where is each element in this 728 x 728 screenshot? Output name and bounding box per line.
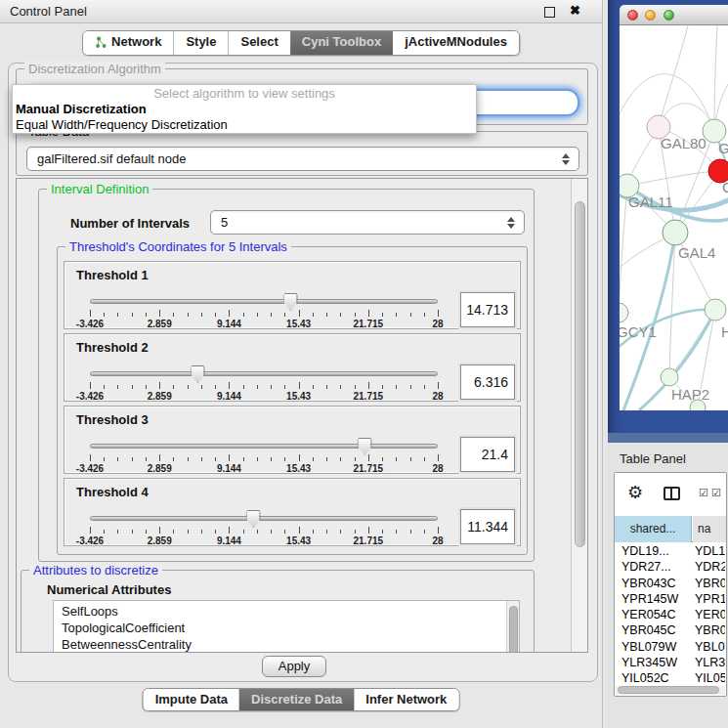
- slider-thumb[interactable]: [191, 365, 205, 383]
- close-icon[interactable]: [570, 3, 580, 18]
- threshold-2-value[interactable]: 6.316: [460, 364, 515, 400]
- table-row[interactable]: YBR045CYBR04: [615, 622, 726, 638]
- threshold-4-slider[interactable]: -3.4262.8599.14415.4321.71528: [90, 514, 438, 545]
- table-data-selected-value: galFiltered.sif default node: [37, 151, 186, 166]
- tab-network[interactable]: Network: [83, 31, 173, 55]
- zoom-traffic-light-icon[interactable]: [664, 10, 674, 21]
- threshold-4-value[interactable]: 11.344: [460, 509, 515, 544]
- dropdown-prompt[interactable]: Select algorithm to view settings: [13, 85, 476, 102]
- table-cell[interactable]: YIL052C: [615, 670, 692, 686]
- slider-ticks: [90, 310, 438, 318]
- slider-thumb[interactable]: [358, 438, 372, 455]
- table-cell[interactable]: YBL07: [692, 639, 725, 655]
- list-scrollbar[interactable]: [506, 601, 519, 653]
- table-row[interactable]: YLR345WYLR34: [615, 655, 726, 670]
- table-cell[interactable]: YBR045C: [615, 622, 692, 638]
- tab-infer-network[interactable]: Infer Network: [354, 689, 458, 710]
- gear-icon[interactable]: [627, 482, 643, 503]
- table-row[interactable]: YIL052CYIL05: [615, 670, 726, 686]
- attribute-item[interactable]: BetweennessCentrality: [54, 636, 519, 653]
- select-columns-icon[interactable]: [699, 487, 708, 498]
- node-gcy1[interactable]: [620, 303, 628, 322]
- node-hap2[interactable]: [661, 368, 678, 386]
- number-of-intervals-combobox[interactable]: 5: [210, 210, 525, 235]
- table-row[interactable]: YDL19...YDL19: [615, 543, 726, 559]
- tab-cyni-toolbox[interactable]: Cyni Toolbox: [290, 31, 393, 55]
- table-cell[interactable]: YDR27: [692, 559, 725, 575]
- table-cell[interactable]: YPR145W: [615, 591, 692, 607]
- split-view-icon[interactable]: [664, 487, 680, 500]
- attribute-item[interactable]: SelfLoops: [54, 603, 519, 620]
- slider-track[interactable]: [90, 444, 438, 449]
- slider-thumb[interactable]: [283, 293, 298, 311]
- select-all-columns-icon[interactable]: [711, 487, 721, 498]
- horizontal-scrollbar[interactable]: [616, 686, 725, 695]
- slider-tick-labels: -3.4262.8599.14415.4321.71528: [90, 391, 438, 402]
- dropdown-option-manual[interactable]: Manual Discretization: [13, 102, 476, 117]
- table-data-group: Table Data galFiltered.sif default node: [16, 131, 588, 176]
- list-scrollbar-thumb[interactable]: [509, 606, 518, 653]
- settings-scrollpane: Interval Definition Number of Intervals …: [16, 178, 588, 653]
- node-gal4[interactable]: [663, 220, 688, 245]
- table-cell[interactable]: YER054C: [615, 607, 692, 622]
- tab-jactivemnodules[interactable]: jActiveMNodules: [393, 31, 519, 55]
- network-icon: [95, 36, 107, 51]
- table-cell[interactable]: YDL19...: [615, 543, 692, 559]
- tab-style[interactable]: Style: [173, 31, 228, 55]
- network-canvas[interactable]: GAL80 GA C GAL11 GAL4 GCY1 H HAP2: [620, 25, 728, 410]
- minimize-traffic-light-icon[interactable]: [645, 10, 656, 21]
- dropdown-option-equal-width[interactable]: Equal Width/Frequency Discretization: [13, 117, 476, 133]
- table-cell[interactable]: YBR04: [692, 576, 725, 591]
- threshold-3-slider[interactable]: -3.4262.8599.14415.4321.71528: [90, 442, 438, 473]
- number-of-intervals-value: 5: [221, 215, 228, 230]
- tab-discretize-data[interactable]: Discretize Data: [239, 689, 354, 710]
- node-table: shared... na YDL19...YDL19YDR27...YDR27Y…: [614, 472, 727, 697]
- slider-tick-labels: -3.4262.8599.14415.4321.71528: [90, 463, 438, 474]
- threshold-1-slider[interactable]: -3.4262.8599.14415.4321.71528: [90, 297, 438, 328]
- slider-track[interactable]: [90, 371, 438, 376]
- tab-select[interactable]: Select: [228, 31, 289, 55]
- vertical-scrollbar[interactable]: [571, 179, 587, 652]
- float-window-icon[interactable]: [544, 7, 555, 18]
- table-row[interactable]: YBR043CYBR04: [615, 576, 726, 591]
- table-row[interactable]: YPR145WYPR14: [615, 591, 726, 607]
- vertical-scrollbar-thumb[interactable]: [575, 201, 585, 547]
- table-cell[interactable]: YLR345W: [615, 655, 692, 670]
- discretization-algorithm-group-title: Discretization Algorithm: [24, 62, 165, 76]
- threshold-3-value[interactable]: 21.4: [460, 437, 515, 472]
- network-window-titlebar[interactable]: [620, 5, 728, 25]
- threshold-2-slider[interactable]: -3.4262.8599.14415.4321.71528: [90, 369, 438, 401]
- table-data-combobox[interactable]: galFiltered.sif default node: [26, 147, 579, 171]
- table-cell[interactable]: YDL19: [692, 543, 725, 559]
- table-cell[interactable]: YPR14: [692, 591, 725, 607]
- column-header-shared-name[interactable]: shared...: [615, 516, 692, 542]
- apply-button[interactable]: Apply: [262, 656, 326, 677]
- slider-track[interactable]: [90, 516, 438, 521]
- table-row[interactable]: YBL079WYBL07: [615, 639, 726, 655]
- table-cell[interactable]: YER05: [692, 607, 725, 622]
- table-body[interactable]: YDL19...YDL19YDR27...YDR27YBR043CYBR04YP…: [615, 543, 726, 686]
- table-row[interactable]: YER054CYER05: [615, 607, 726, 622]
- table-cell[interactable]: YIL05: [692, 670, 725, 686]
- threshold-1-value[interactable]: 14.713: [460, 292, 515, 327]
- column-header-name[interactable]: na: [693, 516, 726, 542]
- close-traffic-light-icon[interactable]: [627, 10, 638, 21]
- table-panel-title: Table Panel: [620, 451, 686, 466]
- horizontal-scrollbar-thumb[interactable]: [618, 686, 719, 694]
- table-row[interactable]: YDR27...YDR27: [615, 559, 726, 575]
- slider-track[interactable]: [90, 299, 438, 304]
- threshold-3-label: Threshold 3: [76, 412, 149, 427]
- table-cell[interactable]: YBL079W: [615, 639, 692, 655]
- tab-network-label: Network: [111, 34, 161, 49]
- table-cell[interactable]: YDR27...: [615, 559, 692, 575]
- slider-ticks: [90, 454, 438, 462]
- table-cell[interactable]: YBR04: [692, 622, 725, 638]
- slider-thumb[interactable]: [246, 510, 261, 528]
- node-h[interactable]: [705, 299, 726, 321]
- numerical-attributes-list[interactable]: SelfLoopsTopologicalCoefficientBetweenne…: [53, 600, 520, 653]
- tab-impute-data[interactable]: Impute Data: [144, 689, 239, 710]
- threshold-4-panel: Threshold 4 -3.4262.8599.14415.4321.7152…: [64, 478, 521, 546]
- table-cell[interactable]: YBR043C: [615, 576, 692, 591]
- table-cell[interactable]: YLR34: [692, 655, 725, 670]
- attribute-item[interactable]: TopologicalCoefficient: [54, 620, 519, 636]
